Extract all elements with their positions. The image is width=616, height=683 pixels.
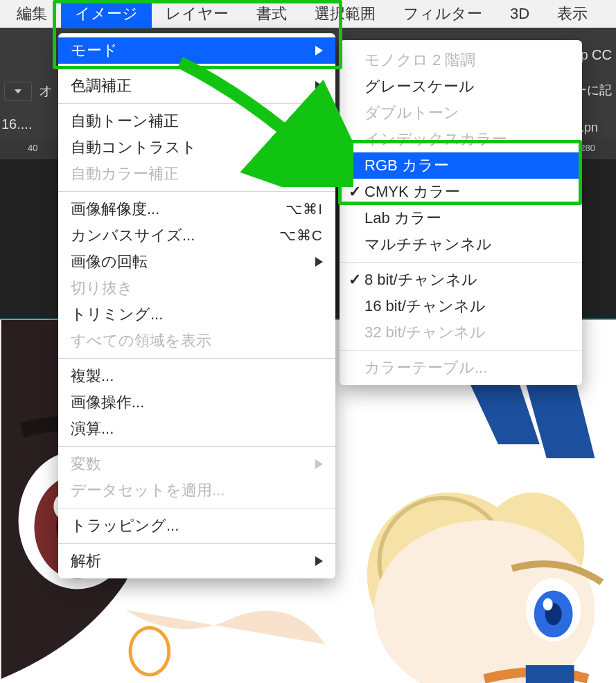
chevron-right-icon xyxy=(315,257,323,267)
ruler-tick: 40 xyxy=(28,143,37,153)
mode-duotone: ダブルトーン xyxy=(340,100,582,126)
svg-point-13 xyxy=(543,598,553,610)
svg-rect-14 xyxy=(526,665,574,683)
file-label: 16.... xyxy=(1,116,32,132)
chevron-right-icon xyxy=(315,81,323,91)
mode-grayscale[interactable]: グレースケール xyxy=(340,73,582,100)
menu-separator xyxy=(58,103,335,104)
menu-separator xyxy=(340,350,582,351)
mode-rgb[interactable]: RGB カラー xyxy=(340,152,582,179)
mode-8bit[interactable]: ✓8 bit/チャンネル xyxy=(340,267,582,293)
menu-edit[interactable]: 編集 xyxy=(3,0,61,28)
menu-filter[interactable]: フィルター xyxy=(389,0,496,28)
chevron-right-icon xyxy=(315,459,323,469)
menu-select[interactable]: 選択範囲 xyxy=(301,0,389,28)
menu-separator xyxy=(58,191,335,192)
item-calculations[interactable]: 演算... xyxy=(58,416,335,442)
item-analysis[interactable]: 解析 xyxy=(58,548,335,574)
item-canvas-size[interactable]: カンバスサイズ...⌥⌘C xyxy=(58,222,335,249)
mode-multichannel[interactable]: マルチチャンネル xyxy=(340,231,582,258)
submenu-mode: モノクロ 2 階調 グレースケール ダブルトーン インデックスカラー RGB カ… xyxy=(340,40,582,385)
mode-bitmap: モノクロ 2 階調 xyxy=(340,47,582,73)
menu-separator xyxy=(58,446,335,447)
menu-separator xyxy=(340,262,582,263)
menu-image-dropdown: モード 色調補正 自動トーン補正⇧⌘L 自動コントラスト⌥⇧⌘L 自動カラー補正… xyxy=(58,33,335,578)
item-image-size[interactable]: 画像解像度...⌥⌘I xyxy=(58,196,335,222)
item-auto-contrast[interactable]: 自動コントラスト⌥⇧⌘L xyxy=(58,134,335,161)
options-fragment: オ xyxy=(39,82,53,100)
mode-indexed: インデックスカラー xyxy=(340,126,582,152)
item-reveal-all: すべての領域を表示 xyxy=(58,328,335,354)
mode-color-table: カラーテーブル... xyxy=(340,355,582,381)
mode-32bit: 32 bit/チャンネル xyxy=(340,319,582,346)
menu-separator xyxy=(58,68,335,69)
item-crop: 切り抜き xyxy=(58,275,335,301)
menubar: 編集 イメージ レイヤー 書式 選択範囲 フィルター 3D 表示 xyxy=(0,0,616,28)
item-apply-image[interactable]: 画像操作... xyxy=(58,389,335,416)
menu-view[interactable]: 表示 xyxy=(543,0,601,28)
item-duplicate[interactable]: 複製... xyxy=(58,363,335,389)
menu-separator xyxy=(58,358,335,359)
menu-image[interactable]: イメージ xyxy=(61,0,152,28)
mode-lab[interactable]: Lab カラー xyxy=(340,205,582,231)
menu-3d[interactable]: 3D xyxy=(496,1,543,27)
menu-layer[interactable]: レイヤー xyxy=(152,0,243,28)
item-auto-color: 自動カラー補正⇧⌘B xyxy=(58,161,335,187)
item-rotate[interactable]: 画像の回転 xyxy=(58,249,335,275)
item-mode[interactable]: モード xyxy=(58,37,335,64)
menu-separator xyxy=(58,508,335,508)
chevron-right-icon xyxy=(315,46,323,55)
menu-separator xyxy=(58,543,335,544)
item-adjustments[interactable]: 色調補正 xyxy=(58,73,335,99)
menu-type[interactable]: 書式 xyxy=(243,0,301,28)
ruler-tick: 280 xyxy=(580,143,595,153)
item-trapping[interactable]: トラッピング... xyxy=(58,513,335,539)
mode-cmyk[interactable]: ✓CMYK カラー xyxy=(340,179,582,205)
item-trim[interactable]: トリミング... xyxy=(58,301,335,328)
item-apply-dataset: データセットを適用... xyxy=(58,477,335,504)
item-auto-tone[interactable]: 自動トーン補正⇧⌘L xyxy=(58,108,335,134)
chevron-right-icon xyxy=(315,556,323,566)
item-variables: 変数 xyxy=(58,451,335,477)
mode-16bit[interactable]: 16 bit/チャンネル xyxy=(340,293,582,319)
zoom-select[interactable] xyxy=(4,82,32,101)
